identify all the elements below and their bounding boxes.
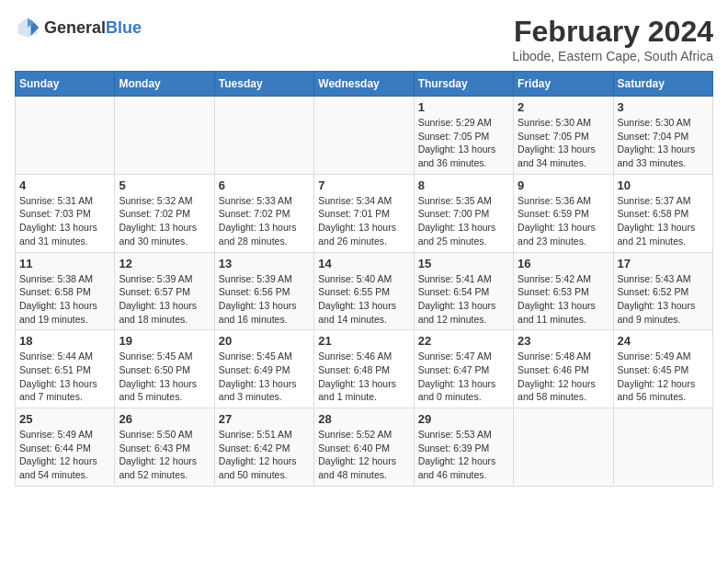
day-info: Sunrise: 5:36 AMSunset: 6:59 PMDaylight:… xyxy=(518,194,609,248)
day-number: 22 xyxy=(418,334,509,348)
day-info: Sunrise: 5:39 AMSunset: 6:57 PMDaylight:… xyxy=(119,272,210,327)
day-info: Sunrise: 5:50 AMSunset: 6:43 PMDaylight:… xyxy=(119,428,210,482)
day-info: Sunrise: 5:35 AMSunset: 7:00 PMDaylight:… xyxy=(418,194,509,248)
main-title: February 2024 xyxy=(512,15,713,49)
day-number: 1 xyxy=(418,100,509,114)
day-info: Sunrise: 5:30 AMSunset: 7:04 PMDaylight:… xyxy=(618,116,709,170)
calendar-cell: 4Sunrise: 5:31 AMSunset: 7:03 PMDaylight… xyxy=(16,174,115,252)
week-row-2: 4Sunrise: 5:31 AMSunset: 7:03 PMDaylight… xyxy=(16,174,713,252)
day-number: 28 xyxy=(318,412,409,426)
calendar-cell: 5Sunrise: 5:32 AMSunset: 7:02 PMDaylight… xyxy=(115,174,214,252)
day-info: Sunrise: 5:51 AMSunset: 6:42 PMDaylight:… xyxy=(219,428,310,482)
calendar-cell: 21Sunrise: 5:46 AMSunset: 6:48 PMDayligh… xyxy=(314,330,414,408)
calendar-cell: 19Sunrise: 5:45 AMSunset: 6:50 PMDayligh… xyxy=(115,330,214,408)
day-number: 19 xyxy=(119,334,210,348)
calendar-cell: 9Sunrise: 5:36 AMSunset: 6:59 PMDaylight… xyxy=(514,174,613,252)
day-number: 3 xyxy=(618,100,709,114)
day-number: 15 xyxy=(418,257,509,270)
week-row-5: 25Sunrise: 5:49 AMSunset: 6:44 PMDayligh… xyxy=(16,408,713,487)
day-info: Sunrise: 5:49 AMSunset: 6:44 PMDaylight:… xyxy=(19,428,110,482)
calendar-cell: 10Sunrise: 5:37 AMSunset: 6:58 PMDayligh… xyxy=(613,174,712,252)
day-number: 29 xyxy=(418,412,509,426)
day-info: Sunrise: 5:43 AMSunset: 6:52 PMDaylight:… xyxy=(618,272,709,327)
weekday-header-monday: Monday xyxy=(115,72,214,97)
day-number: 4 xyxy=(19,178,110,192)
logo-icon xyxy=(15,15,40,40)
subtitle: Libode, Eastern Cape, South Africa xyxy=(512,49,713,63)
day-info: Sunrise: 5:45 AMSunset: 6:50 PMDaylight:… xyxy=(119,350,210,404)
day-number: 21 xyxy=(318,334,409,348)
calendar-cell: 20Sunrise: 5:45 AMSunset: 6:49 PMDayligh… xyxy=(214,330,313,408)
calendar-cell: 23Sunrise: 5:48 AMSunset: 6:46 PMDayligh… xyxy=(514,330,613,408)
calendar-cell: 13Sunrise: 5:39 AMSunset: 6:56 PMDayligh… xyxy=(214,252,313,330)
day-info: Sunrise: 5:46 AMSunset: 6:48 PMDaylight:… xyxy=(318,350,409,404)
day-info: Sunrise: 5:44 AMSunset: 6:51 PMDaylight:… xyxy=(19,350,110,404)
weekday-header-row: SundayMondayTuesdayWednesdayThursdayFrid… xyxy=(16,72,713,97)
day-info: Sunrise: 5:29 AMSunset: 7:05 PMDaylight:… xyxy=(418,116,509,170)
day-info: Sunrise: 5:30 AMSunset: 7:05 PMDaylight:… xyxy=(518,116,609,170)
day-number: 11 xyxy=(19,257,110,270)
calendar-cell: 15Sunrise: 5:41 AMSunset: 6:54 PMDayligh… xyxy=(414,252,513,330)
logo-text: GeneralBlue xyxy=(44,18,142,38)
calendar-cell: 29Sunrise: 5:53 AMSunset: 6:39 PMDayligh… xyxy=(414,408,513,487)
calendar-cell xyxy=(613,408,712,487)
calendar-cell: 16Sunrise: 5:42 AMSunset: 6:53 PMDayligh… xyxy=(514,252,613,330)
calendar-cell: 3Sunrise: 5:30 AMSunset: 7:04 PMDaylight… xyxy=(613,97,712,175)
calendar-cell xyxy=(214,97,313,175)
calendar-cell: 26Sunrise: 5:50 AMSunset: 6:43 PMDayligh… xyxy=(115,408,214,487)
calendar-cell: 24Sunrise: 5:49 AMSunset: 6:45 PMDayligh… xyxy=(613,330,712,408)
weekday-header-wednesday: Wednesday xyxy=(314,72,414,97)
day-number: 10 xyxy=(618,178,709,192)
calendar-cell xyxy=(16,97,115,175)
calendar-table: SundayMondayTuesdayWednesdayThursdayFrid… xyxy=(15,71,713,487)
calendar-cell: 11Sunrise: 5:38 AMSunset: 6:58 PMDayligh… xyxy=(16,252,115,330)
calendar-cell: 6Sunrise: 5:33 AMSunset: 7:02 PMDaylight… xyxy=(214,174,313,252)
day-info: Sunrise: 5:31 AMSunset: 7:03 PMDaylight:… xyxy=(19,194,110,248)
weekday-header-saturday: Saturday xyxy=(613,72,712,97)
week-row-3: 11Sunrise: 5:38 AMSunset: 6:58 PMDayligh… xyxy=(16,252,713,330)
day-number: 8 xyxy=(418,178,509,192)
day-number: 24 xyxy=(618,334,709,348)
calendar-cell: 25Sunrise: 5:49 AMSunset: 6:44 PMDayligh… xyxy=(16,408,115,487)
day-number: 13 xyxy=(219,257,310,270)
day-number: 23 xyxy=(518,334,609,348)
day-info: Sunrise: 5:34 AMSunset: 7:01 PMDaylight:… xyxy=(318,194,409,248)
calendar-cell: 14Sunrise: 5:40 AMSunset: 6:55 PMDayligh… xyxy=(314,252,414,330)
day-info: Sunrise: 5:45 AMSunset: 6:49 PMDaylight:… xyxy=(219,350,310,404)
day-info: Sunrise: 5:42 AMSunset: 6:53 PMDaylight:… xyxy=(518,272,609,327)
calendar-cell xyxy=(115,97,214,175)
day-info: Sunrise: 5:48 AMSunset: 6:46 PMDaylight:… xyxy=(518,350,609,404)
calendar-cell: 22Sunrise: 5:47 AMSunset: 6:47 PMDayligh… xyxy=(414,330,513,408)
day-number: 27 xyxy=(219,412,310,426)
title-area: February 2024 Libode, Eastern Cape, Sout… xyxy=(512,15,713,63)
day-number: 5 xyxy=(119,178,210,192)
weekday-header-friday: Friday xyxy=(514,72,613,97)
week-row-1: 1Sunrise: 5:29 AMSunset: 7:05 PMDaylight… xyxy=(16,97,713,175)
calendar-cell: 17Sunrise: 5:43 AMSunset: 6:52 PMDayligh… xyxy=(613,252,712,330)
header: GeneralBlue February 2024 Libode, Easter… xyxy=(15,15,713,63)
calendar-cell: 8Sunrise: 5:35 AMSunset: 7:00 PMDaylight… xyxy=(414,174,513,252)
calendar-cell: 1Sunrise: 5:29 AMSunset: 7:05 PMDaylight… xyxy=(414,97,513,175)
day-info: Sunrise: 5:40 AMSunset: 6:55 PMDaylight:… xyxy=(318,272,409,327)
day-info: Sunrise: 5:33 AMSunset: 7:02 PMDaylight:… xyxy=(219,194,310,248)
day-info: Sunrise: 5:49 AMSunset: 6:45 PMDaylight:… xyxy=(618,350,709,404)
day-number: 6 xyxy=(219,178,310,192)
day-number: 16 xyxy=(518,257,609,270)
day-number: 14 xyxy=(318,257,409,270)
day-number: 2 xyxy=(518,100,609,114)
day-number: 17 xyxy=(618,257,709,270)
day-number: 25 xyxy=(19,412,110,426)
day-number: 7 xyxy=(318,178,409,192)
calendar-cell: 7Sunrise: 5:34 AMSunset: 7:01 PMDaylight… xyxy=(314,174,414,252)
weekday-header-tuesday: Tuesday xyxy=(214,72,313,97)
weekday-header-sunday: Sunday xyxy=(16,72,115,97)
day-number: 12 xyxy=(119,257,210,270)
day-info: Sunrise: 5:52 AMSunset: 6:40 PMDaylight:… xyxy=(318,428,409,482)
calendar-cell: 12Sunrise: 5:39 AMSunset: 6:57 PMDayligh… xyxy=(115,252,214,330)
day-info: Sunrise: 5:53 AMSunset: 6:39 PMDaylight:… xyxy=(418,428,509,482)
day-number: 9 xyxy=(518,178,609,192)
day-info: Sunrise: 5:47 AMSunset: 6:47 PMDaylight:… xyxy=(418,350,509,404)
logo: GeneralBlue xyxy=(15,15,142,40)
week-row-4: 18Sunrise: 5:44 AMSunset: 6:51 PMDayligh… xyxy=(16,330,713,408)
day-info: Sunrise: 5:32 AMSunset: 7:02 PMDaylight:… xyxy=(119,194,210,248)
